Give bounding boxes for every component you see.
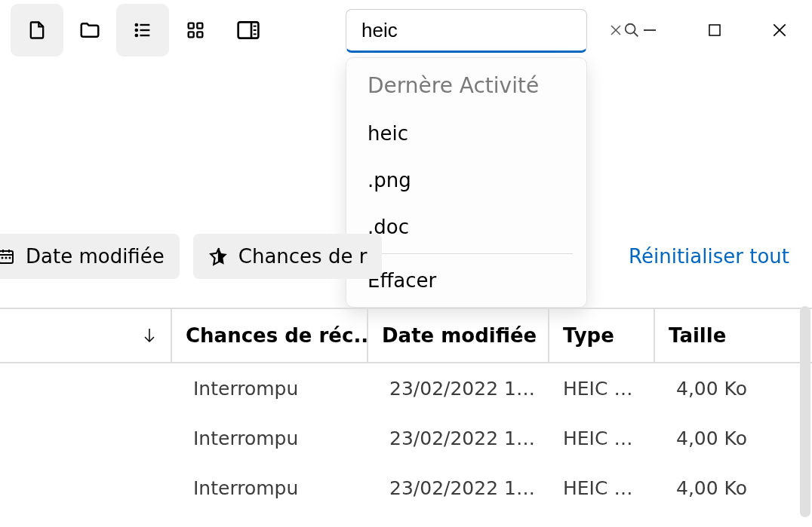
table-row[interactable]: Interrompu 23/02/2022 11:50 HEIC Fi... 4… [0,463,812,513]
cell-date: 23/02/2022 11:50 [368,427,549,449]
panel-view-button[interactable] [222,4,275,57]
table-header-date[interactable]: Date modifiée [368,309,549,362]
search-submit-button[interactable] [623,22,640,38]
table-row[interactable]: Interrompu 23/02/2022 11:50 HEIC Fi... 4… [0,413,812,463]
cell-recoverability: Interrompu [172,427,368,449]
table-row[interactable]: Interrompu 23/02/2022 11:50 HEIC Fi... 4… [0,363,812,413]
table-header-row: Chances de réc... Date modifiée Type Tai… [0,308,812,363]
close-icon [771,22,788,38]
cell-recoverability: Interrompu [172,477,368,499]
cell-date: 23/02/2022 11:50 [368,378,549,400]
cell-recoverability: Interrompu [172,378,368,400]
search-clear-button[interactable] [608,23,623,38]
table-header-type[interactable]: Type [549,309,655,362]
cell-size: 4,00 Ko [655,427,791,449]
grid-icon [185,20,206,41]
cell-size: 4,00 Ko [655,477,791,499]
search-box[interactable] [346,9,587,53]
svg-rect-6 [189,23,194,29]
grid-view-button[interactable] [169,4,222,57]
cell-type: HEIC Fi... [549,477,655,499]
arrow-down-icon [142,326,157,345]
calendar-icon [0,246,17,267]
chip-label: Date modifiée [26,245,165,268]
window-close-button[interactable] [747,0,812,60]
cell-type: HEIC Fi... [549,378,655,400]
table-header-size[interactable]: Taille [655,309,791,362]
new-document-button[interactable] [11,4,63,57]
list-view-button[interactable] [116,4,169,57]
reset-all-link[interactable]: Réinitialiser tout [629,245,789,268]
svg-point-4 [136,35,137,36]
filter-chip-date-modified[interactable]: Date modifiée [0,234,180,279]
minimize-icon [642,23,657,38]
svg-rect-7 [197,23,202,29]
list-icon [132,20,153,41]
cell-size: 4,00 Ko [655,378,791,400]
svg-line-22 [634,32,638,37]
cell-date: 23/02/2022 11:50 [368,477,549,499]
star-icon [208,246,229,267]
chip-label: Chances de r [238,245,368,268]
x-icon [608,23,623,38]
cell-type: HEIC Fi... [549,427,655,449]
folder-icon [78,19,101,41]
svg-rect-16 [709,25,720,35]
svg-rect-9 [197,32,202,37]
maximize-icon [707,23,722,38]
search-input[interactable] [360,18,608,43]
svg-point-0 [136,24,137,26]
window-maximize-button[interactable] [682,0,747,60]
folder-button[interactable] [63,4,116,57]
table-header-sort[interactable] [0,309,172,362]
vertical-scrollbar[interactable] [800,306,810,517]
table-header-recoverability[interactable]: Chances de réc... [172,309,368,362]
dropdown-item[interactable]: .png [346,157,586,204]
svg-rect-8 [189,32,194,37]
svg-point-2 [136,29,137,31]
filter-chip-recoverability[interactable]: Chances de r [193,234,383,279]
dropdown-header: Dernère Activité [346,61,586,110]
dropdown-item[interactable]: heic [346,110,586,157]
document-icon [26,20,48,41]
search-icon [623,22,640,38]
svg-point-21 [626,24,635,34]
panel-icon [236,20,260,41]
